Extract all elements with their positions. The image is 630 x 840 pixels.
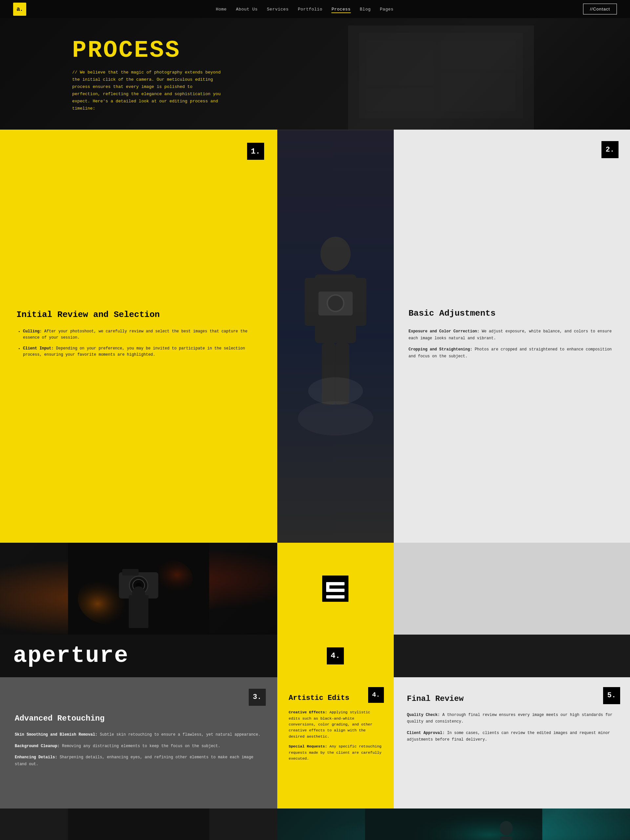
nav-item-pages[interactable]: Pages xyxy=(380,6,394,12)
hero-description: // We believe that the magic of photogra… xyxy=(72,69,223,112)
svg-point-16 xyxy=(308,377,363,405)
svg-point-15 xyxy=(327,295,344,311)
bottom-dark-svg xyxy=(0,808,277,840)
step-3-item-2: Background Cleanup: Removing any distrac… xyxy=(15,743,262,750)
step-4-item-2-label: Special Requests: xyxy=(289,744,327,748)
svg-rect-37 xyxy=(500,836,512,840)
bottom-left-image xyxy=(0,808,277,840)
step-1-item-1-text: After your photoshoot, we carefully revi… xyxy=(23,329,248,340)
hero-content: PROCESS // We believe that the magic of … xyxy=(0,22,295,126)
row-2 xyxy=(0,543,630,635)
svg-point-36 xyxy=(499,821,513,835)
step-1-image xyxy=(277,129,394,543)
nav-item-services[interactable]: Services xyxy=(267,6,289,12)
step-2-panel: 2. Basic Adjustments Exposure and Color … xyxy=(394,129,630,543)
step-5-item-2-label: Client Approval: xyxy=(407,731,445,735)
nav-item-about[interactable]: About Us xyxy=(236,6,257,12)
aperture-panel: aperture xyxy=(0,635,277,677)
svg-rect-35 xyxy=(365,808,542,840)
step-3-item-1: Skin Smoothing and Blemish Removal: Subt… xyxy=(15,731,262,738)
step-3-item-2-text: Removing any distracting elements to kee… xyxy=(62,744,220,748)
step-2-item-1-label: Exposure and Color Correction: xyxy=(409,329,479,334)
person-image xyxy=(277,129,394,543)
step-5-item-1-label: Quality Check: xyxy=(407,713,440,717)
nav-links: Home About Us Services Portfolio Process… xyxy=(216,6,394,12)
step-3-item-3: Enhancing Details: Sharpening details, e… xyxy=(15,754,262,767)
step-3-item-3-label: Enhancing Details: xyxy=(15,755,57,759)
svg-rect-2 xyxy=(366,40,433,85)
step-4-badge-content: 4. xyxy=(368,687,384,703)
nav-item-home[interactable]: Home xyxy=(216,6,227,12)
hero-section: PROCESS // We believe that the magic of … xyxy=(0,18,630,129)
nav-item-process[interactable]: Process xyxy=(332,6,351,12)
step-4-badge: 4. xyxy=(327,647,344,665)
step-4-panel: 4. Artistic Edits Creative Effects: Appl… xyxy=(277,677,394,808)
aperture-row: aperture 4. xyxy=(0,635,630,677)
camera-svg xyxy=(0,543,277,635)
step-1-item-1-label: Culling: xyxy=(23,329,42,334)
bottom-right-image xyxy=(277,808,630,840)
step-1-item-2-label: Client Input: xyxy=(23,346,54,351)
nav-item-portfolio[interactable]: Portfolio xyxy=(298,6,322,12)
step-3-panel: 3. Advanced Retouching Skin Smoothing an… xyxy=(0,677,277,808)
page-title: PROCESS xyxy=(72,39,223,62)
step-2-item-2: Cropping and Straightening: Photos are c… xyxy=(409,346,615,360)
bottom-row xyxy=(0,808,630,840)
svg-point-17 xyxy=(298,401,373,436)
row-1: 1. Initial Review and Selection Culling:… xyxy=(0,129,630,543)
svg-rect-5 xyxy=(441,74,515,111)
step-5-panel: 5. Final Review Quality Check: A thoroug… xyxy=(394,677,630,808)
svg-rect-31 xyxy=(326,595,344,598)
step-3-item-1-text: Subtle skin retouching to ensure a flawl… xyxy=(100,733,261,737)
step-3-item-1-label: Skin Smoothing and Blemish Removal: xyxy=(15,733,98,737)
row-2-right-empty xyxy=(394,543,630,635)
svg-rect-33 xyxy=(68,808,209,840)
step-5-title: Final Review xyxy=(407,694,617,704)
step-2-title: Basic Adjustments xyxy=(409,308,615,319)
step-3-badge-large xyxy=(322,576,349,602)
step-2-item-2-label: Cropping and Straightening: xyxy=(409,347,472,352)
step-1-title: Initial Review and Selection xyxy=(16,309,261,321)
svg-rect-10 xyxy=(305,278,318,326)
step-4-item-1-label: Creative Effects: xyxy=(289,710,327,714)
svg-rect-4 xyxy=(441,40,515,70)
step-5-item-1: Quality Check: A thorough final review e… xyxy=(407,712,617,725)
aperture-right: 4. xyxy=(277,635,630,677)
step-5-badge: 5. xyxy=(603,687,620,704)
camera-bokeh-image xyxy=(0,543,277,635)
teal-svg xyxy=(277,808,630,840)
step-4-item-2: Special Requests: Any specific retouchin… xyxy=(289,744,382,761)
aperture-title: aperture xyxy=(13,644,129,668)
step-2-item-1: Exposure and Color Correction: We adjust… xyxy=(409,328,615,341)
step-1-badge: 1. xyxy=(247,143,264,160)
step-1-panel: 1. Initial Review and Selection Culling:… xyxy=(0,129,277,543)
aperture-image-right xyxy=(394,635,630,677)
step-3-icon xyxy=(322,576,349,602)
svg-rect-3 xyxy=(366,88,433,111)
step-5-item-2: Client Approval: In some cases, clients … xyxy=(407,730,617,743)
step-1-item-2: Client Input: Depending on your preferen… xyxy=(23,346,261,358)
dark-image-bg xyxy=(0,543,277,635)
step-3-title: Advanced Retouching xyxy=(15,713,262,723)
step-3-badge-panel xyxy=(277,543,394,635)
navigation: a. Home About Us Services Portfolio Proc… xyxy=(0,0,630,18)
step-1-item-2-text: Depending on your preference, you may be… xyxy=(23,346,245,357)
step-3-badge: 3. xyxy=(249,689,266,706)
step-4-item-1: Creative Effects: Applying stylistic edi… xyxy=(289,709,382,740)
step-2-badge: 2. xyxy=(602,141,619,158)
svg-point-27 xyxy=(132,586,145,601)
nav-item-blog[interactable]: Blog xyxy=(360,6,371,12)
hero-decoration xyxy=(252,18,630,129)
step-1-list: Culling: After your photoshoot, we caref… xyxy=(16,328,261,363)
step-4-badge-panel: 4. xyxy=(277,635,394,677)
step-1-item-1: Culling: After your photoshoot, we caref… xyxy=(23,328,261,341)
svg-rect-32 xyxy=(326,582,330,592)
svg-point-8 xyxy=(320,237,351,271)
row-3: 3. Advanced Retouching Skin Smoothing an… xyxy=(0,677,630,808)
svg-rect-11 xyxy=(353,278,366,326)
step-3-item-2-label: Background Cleanup: xyxy=(15,744,60,748)
person-svg xyxy=(277,129,394,543)
svg-rect-22 xyxy=(122,569,139,576)
logo[interactable]: a. xyxy=(13,3,26,16)
contact-button[interactable]: //Contact xyxy=(583,4,617,14)
